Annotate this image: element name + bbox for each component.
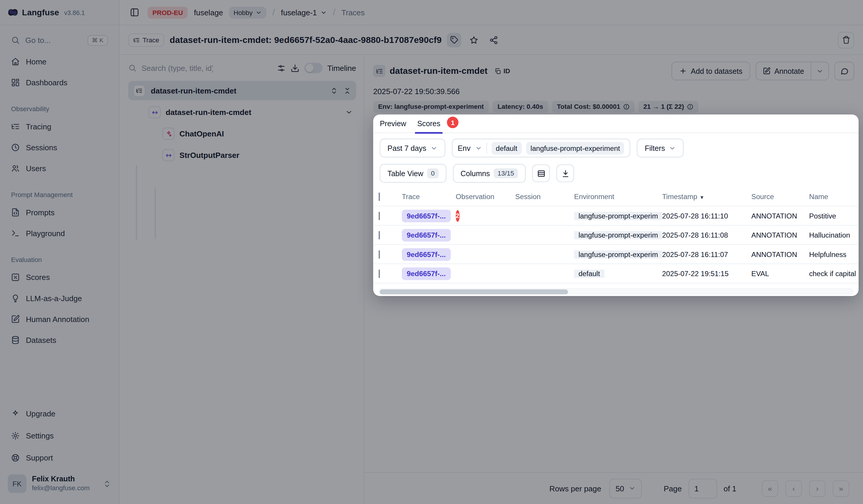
tab-scores[interactable]: Scores [417, 114, 440, 133]
row-checkbox[interactable] [378, 269, 380, 278]
date-range-filter[interactable]: Past 7 days [380, 139, 445, 158]
chevron-down-icon [669, 144, 676, 151]
environment-chip: langfuse-prompt-experim [574, 231, 662, 239]
col-session[interactable]: Session [515, 192, 574, 201]
row-checkbox[interactable] [378, 211, 380, 220]
download-to-line-icon [561, 169, 570, 177]
timestamp-cell: 2025-07-22 19:51:15 [662, 269, 751, 278]
trace-id-pill[interactable]: 9ed6657f-... [402, 248, 451, 261]
timestamp-cell: 2025-07-28 16:11:10 [662, 211, 751, 220]
horizontal-scrollbar[interactable] [378, 288, 853, 295]
timestamp-cell: 2025-07-28 16:11:08 [662, 231, 751, 239]
environment-chip: default [574, 269, 604, 278]
table-row[interactable]: 9ed6657f-... langfuse-prompt-experim 202… [373, 226, 859, 245]
table-view-button[interactable]: Table View 0 [380, 164, 446, 183]
table-row[interactable]: 9ed6657f-... default 2025-07-22 19:51:15… [373, 264, 859, 283]
columns-button[interactable]: Columns 13/15 [453, 164, 526, 183]
timestamp-cell: 2025-07-28 16:11:07 [662, 250, 751, 258]
table-row[interactable]: 9ed6657f-... 2 langfuse-prompt-experim 2… [373, 206, 859, 226]
chevron-down-icon [430, 144, 437, 151]
chevron-down-icon [475, 144, 482, 151]
environment-chip: langfuse-prompt-experim [574, 211, 662, 220]
tab-preview[interactable]: Preview [380, 114, 406, 133]
source-cell: EVAL [751, 269, 809, 278]
scores-table: Trace Observation Session Environment Ti… [373, 187, 859, 283]
col-environment[interactable]: Environment [574, 192, 662, 201]
env-filter[interactable]: Env default langfuse-prompt-experiment [451, 139, 630, 158]
export-button[interactable] [556, 164, 574, 182]
app-window: Langfuse v3.86.1 Go to... ⌘ K Home Dashb… [0, 0, 863, 504]
col-source[interactable]: Source [751, 192, 809, 201]
name-cell: Postitive [809, 211, 859, 220]
row-height-button[interactable] [533, 164, 550, 182]
col-name[interactable]: Name [809, 192, 859, 201]
rows-icon [537, 169, 545, 177]
trace-id-pill[interactable]: 9ed6657f-... [402, 267, 451, 280]
annotation-step-badge-2: 2 [455, 210, 460, 222]
table-row[interactable]: 9ed6657f-... langfuse-prompt-experim 202… [373, 245, 859, 264]
select-all-checkbox[interactable] [378, 192, 380, 201]
scores-popover-card: Preview Scores 1 Past 7 days Env [373, 114, 859, 296]
environment-chip: langfuse-prompt-experim [574, 250, 662, 258]
tabs: Preview Scores 1 [373, 114, 859, 133]
source-cell: ANNOTATION [751, 231, 809, 239]
filters-row: Past 7 days Env default langfuse-prompt-… [373, 133, 859, 160]
col-observation[interactable]: Observation [455, 192, 515, 201]
col-timestamp[interactable]: Timestamp▼ [662, 192, 751, 201]
table-header-row: Trace Observation Session Environment Ti… [373, 187, 859, 206]
row-checkbox[interactable] [378, 231, 380, 239]
sort-desc-icon: ▼ [699, 194, 704, 200]
name-cell: check if capital [809, 269, 859, 278]
scrollbar-thumb[interactable] [380, 289, 568, 294]
trace-id-pill[interactable]: 9ed6657f-... [402, 228, 451, 241]
name-cell: Helpfulness [809, 250, 859, 258]
table-toolbar: Table View 0 Columns 13/15 [373, 160, 859, 185]
trace-id-pill[interactable]: 9ed6657f-... [402, 209, 451, 222]
source-cell: ANNOTATION [751, 211, 809, 220]
columns-count: 13/15 [493, 168, 518, 178]
table-view-count: 0 [427, 168, 439, 178]
row-checkbox[interactable] [378, 250, 380, 258]
env-value-chip: langfuse-prompt-experiment [526, 142, 624, 154]
col-trace[interactable]: Trace [402, 192, 455, 201]
annotation-step-badge-1: 1 [447, 117, 459, 128]
source-cell: ANNOTATION [751, 250, 809, 258]
filters-button[interactable]: Filters [637, 139, 684, 158]
name-cell: Hallucination [809, 231, 859, 239]
env-value-chip: default [491, 142, 522, 154]
